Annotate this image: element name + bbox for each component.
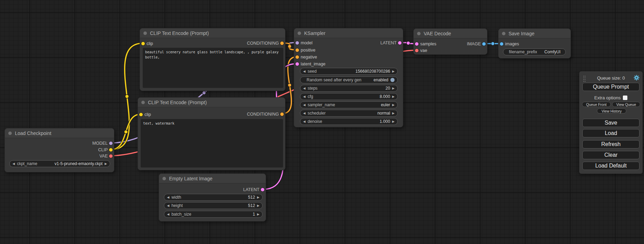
output-port-conditioning[interactable]: [280, 42, 284, 45]
sampler-name-combo[interactable]: ◀ sampler_name euler ▶: [300, 101, 398, 108]
node-title-bar[interactable]: KSampler: [294, 28, 403, 38]
combo-right-arrow-icon[interactable]: ▶: [392, 120, 395, 123]
node-title-bar[interactable]: VAE Decode: [414, 29, 487, 38]
link-midpoint-dot[interactable]: [288, 83, 291, 87]
node-save-image[interactable]: Save Image images filename_prefix ComfyU…: [498, 28, 571, 58]
combo-left-arrow-icon[interactable]: ◀: [303, 95, 306, 98]
link-midpoint-dot[interactable]: [202, 91, 206, 94]
extra-options-checkbox[interactable]: [623, 96, 627, 100]
scheduler-combo[interactable]: ◀ scheduler normal ▶: [300, 110, 398, 117]
clear-button[interactable]: Clear: [582, 151, 639, 159]
output-port-model[interactable]: [109, 142, 113, 145]
link-midpoint-dot[interactable]: [125, 94, 129, 98]
combo-right-arrow-icon[interactable]: ▶: [392, 87, 395, 90]
widget-value: normal: [377, 111, 390, 116]
node-empty-latent-image[interactable]: Empty Latent Image LATENT ◀ width 512 ▶ …: [159, 173, 266, 222]
comfyui-canvas[interactable]: { "colors":{ "model":"#b39ddb","clip":"#…: [0, 0, 644, 244]
input-port-images[interactable]: [500, 42, 503, 46]
node-clip-text-encode-positive[interactable]: CLIP Text Encode (Prompt) clip CONDITION…: [140, 28, 285, 91]
link-midpoint-dot[interactable]: [124, 130, 127, 134]
node-title-bar[interactable]: Empty Latent Image: [159, 174, 266, 183]
combo-right-arrow-icon[interactable]: ▶: [392, 70, 395, 73]
output-port-conditioning[interactable]: [280, 112, 284, 116]
input-port-latent-image[interactable]: [295, 62, 299, 66]
combo-right-arrow-icon[interactable]: ▶: [257, 204, 259, 207]
node-vae-decode[interactable]: VAE Decode samples vae IMAGE: [413, 28, 487, 55]
link-midpoint-dot[interactable]: [491, 42, 494, 45]
combo-left-arrow-icon[interactable]: ◀: [167, 204, 169, 207]
widget-label: batch_size: [171, 212, 191, 217]
load-default-button[interactable]: Load Default: [582, 162, 639, 170]
height-number-widget[interactable]: ◀ height 512 ▶: [164, 202, 263, 209]
output-slot-latent-label: LATENT: [380, 40, 397, 45]
input-port-model[interactable]: [295, 41, 299, 45]
queue-front-button[interactable]: Queue Front: [582, 102, 611, 107]
queue-prompt-button[interactable]: Queue Prompt: [582, 83, 639, 91]
node-load-checkpoint[interactable]: Load Checkpoint MODEL CLIP VAE ◀ ckpt_na…: [5, 128, 114, 172]
combo-right-arrow-icon[interactable]: ▶: [105, 162, 107, 165]
combo-left-arrow-icon[interactable]: ◀: [303, 112, 306, 115]
input-port-clip[interactable]: [141, 42, 145, 45]
input-port-samples[interactable]: [415, 42, 418, 46]
node-title-bar[interactable]: Load Checkpoint: [5, 128, 114, 138]
combo-left-arrow-icon[interactable]: ◀: [303, 87, 306, 90]
collapse-dot-icon[interactable]: [162, 177, 166, 180]
combo-right-arrow-icon[interactable]: ▶: [257, 213, 259, 216]
queue-size-label: Queue size: 0: [579, 75, 643, 81]
combo-left-arrow-icon[interactable]: ◀: [303, 103, 306, 107]
view-history-button[interactable]: View History: [597, 108, 626, 114]
combo-right-arrow-icon[interactable]: ▶: [392, 95, 395, 98]
combo-left-arrow-icon[interactable]: ◀: [167, 213, 169, 216]
denoise-number-widget[interactable]: ◀ denoise 1.000 ▶: [300, 118, 398, 125]
output-port-latent[interactable]: [261, 188, 264, 191]
input-port-negative[interactable]: [295, 55, 299, 59]
node-clip-text-encode-negative[interactable]: CLIP Text Encode (Prompt) clip CONDITION…: [138, 97, 285, 170]
combo-left-arrow-icon[interactable]: ◀: [167, 196, 169, 199]
node-title-bar[interactable]: CLIP Text Encode (Prompt): [140, 28, 285, 38]
combo-left-arrow-icon[interactable]: ◀: [12, 162, 15, 165]
node-title: CLIP Text Encode (Prompt): [148, 100, 207, 105]
collapse-dot-icon[interactable]: [143, 31, 147, 35]
seed-number-widget[interactable]: ◀ seed 156680208700286 ▶: [300, 68, 398, 75]
output-port-latent[interactable]: [398, 41, 402, 45]
combo-left-arrow-icon[interactable]: ◀: [303, 70, 306, 73]
width-number-widget[interactable]: ◀ width 512 ▶: [164, 194, 263, 201]
widget-label: filename_prefix: [509, 49, 537, 54]
combo-right-arrow-icon[interactable]: ▶: [257, 196, 259, 199]
save-button[interactable]: Save: [582, 119, 639, 127]
combo-right-arrow-icon[interactable]: ▶: [392, 103, 395, 107]
output-port-clip[interactable]: [109, 148, 113, 152]
input-port-positive[interactable]: [295, 48, 299, 52]
view-queue-button[interactable]: View Queue: [612, 102, 640, 107]
combo-left-arrow-icon[interactable]: ◀: [303, 120, 306, 123]
collapse-dot-icon[interactable]: [8, 132, 12, 135]
combo-right-arrow-icon[interactable]: ▶: [392, 112, 395, 115]
collapse-dot-icon[interactable]: [417, 32, 421, 35]
ckpt-name-combo[interactable]: ◀ ckpt_name v1-5-pruned-emaonly.ckpt ▶: [9, 160, 110, 167]
node-ksampler[interactable]: KSampler model positive negative latent_…: [294, 28, 403, 127]
input-port-clip[interactable]: [139, 113, 143, 116]
node-title-bar[interactable]: CLIP Text Encode (Prompt): [138, 98, 285, 107]
load-button[interactable]: Load: [582, 129, 639, 137]
link-midpoint-dot[interactable]: [406, 41, 410, 45]
collapse-dot-icon[interactable]: [298, 31, 301, 35]
filename-prefix-text-widget[interactable]: filename_prefix ComfyUI: [503, 48, 566, 55]
output-port-image[interactable]: [482, 42, 486, 46]
widget-value: euler: [381, 102, 390, 107]
random-seed-toggle-widget[interactable]: Random seed after every gen enabled: [300, 76, 398, 83]
output-port-vae[interactable]: [109, 154, 113, 158]
collapse-dot-icon[interactable]: [141, 101, 145, 104]
node-title-bar[interactable]: Save Image: [499, 29, 571, 38]
batch-size-number-widget[interactable]: ◀ batch_size 1 ▶: [164, 211, 263, 218]
cfg-number-widget[interactable]: ◀ cfg 8.000 ▶: [300, 93, 398, 100]
collapse-dot-icon[interactable]: [502, 32, 505, 35]
refresh-button[interactable]: Refresh: [582, 140, 639, 148]
input-slot-vae-label: vae: [420, 48, 427, 53]
input-port-vae[interactable]: [415, 49, 418, 52]
steps-number-widget[interactable]: ◀ steps 20 ▶: [300, 85, 398, 92]
settings-gear-icon[interactable]: [634, 75, 639, 81]
prompt-text-area[interactable]: beautiful scenery nature glass bottle la…: [143, 48, 283, 88]
toggle-circle-icon[interactable]: [390, 78, 395, 82]
link-midpoint-dot[interactable]: [288, 45, 291, 48]
prompt-text-area[interactable]: text, watermark: [141, 119, 283, 168]
